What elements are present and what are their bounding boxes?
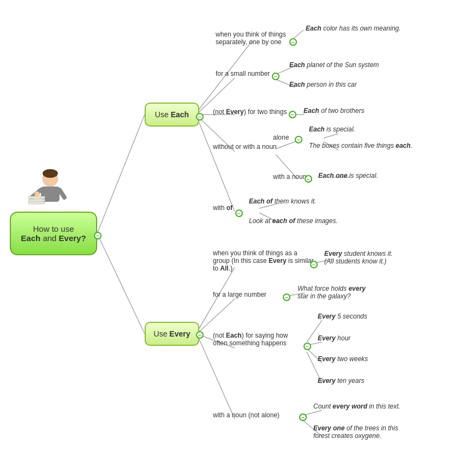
each-ex-person-car: Each person in this car xyxy=(289,81,356,88)
svg-rect-37 xyxy=(28,202,45,204)
svg-line-1 xyxy=(97,233,145,334)
two-things-minus[interactable]: − xyxy=(289,111,296,118)
every-ex-ten-years: Every ten years xyxy=(318,377,364,385)
main-node: How to use Each and Every? xyxy=(10,212,97,255)
alone-minus[interactable]: − xyxy=(295,136,302,143)
svg-line-13 xyxy=(324,134,338,138)
every-branch-with-noun: with a noun (not alone) xyxy=(213,411,279,419)
each-branch-two-things: (not Every) for two things xyxy=(213,108,287,116)
each-ex-each-one: Each one is special. xyxy=(318,172,378,179)
every-branch-large-number: for a large number xyxy=(213,291,266,298)
with-noun-every-minus[interactable]: − xyxy=(299,413,307,421)
large-number-minus[interactable]: − xyxy=(283,293,290,301)
svg-point-31 xyxy=(43,169,58,178)
each-sub-alone: alone xyxy=(273,134,289,141)
main-node-line1: How to use xyxy=(33,224,74,233)
svg-line-0 xyxy=(97,115,145,233)
each-branch-with-without-noun: without or with a noun xyxy=(213,143,277,151)
every-branch-group: when you think of things as a group (In … xyxy=(213,249,314,272)
with-of-minus[interactable]: − xyxy=(235,209,243,217)
main-node-bold: Each and Every? xyxy=(21,233,86,243)
use-every-node: Use Every xyxy=(145,322,199,346)
svg-line-19 xyxy=(199,299,235,332)
svg-rect-36 xyxy=(28,199,45,201)
use-each-label: Use Each xyxy=(155,110,189,119)
each-sub-with-noun: with a noun xyxy=(273,173,306,181)
each-ex-planet: Each planet of the Sun system xyxy=(289,61,379,69)
main-minus[interactable]: − xyxy=(94,232,102,239)
svg-line-21 xyxy=(199,339,235,419)
each-ex-two-brothers: Each of two brothers xyxy=(304,107,364,115)
each-ex-color: Each color has its own meaning. xyxy=(306,25,401,32)
use-each-minus[interactable]: − xyxy=(196,113,204,121)
every-ex-hour: Every hour xyxy=(318,334,350,342)
with-noun-minus[interactable]: − xyxy=(305,175,312,183)
person-illustration xyxy=(16,169,71,213)
each-branch-separately: when you think of thingsseparately, one … xyxy=(216,31,286,46)
use-every-minus[interactable]: − xyxy=(196,331,204,339)
svg-point-38 xyxy=(34,191,40,197)
every-ex-student: Every student knows it.(All students kno… xyxy=(324,250,392,265)
every-ex-count-word: Count every word in this text. xyxy=(313,403,400,410)
every-branch-frequency: (not Each) for saying howoften something… xyxy=(213,332,288,347)
svg-line-6 xyxy=(199,123,235,212)
every-ex-every-one-trees: Every one of the trees in thisforest cre… xyxy=(313,424,398,440)
each-ex-them-knows: Each of them knows it. xyxy=(249,197,316,205)
group-minus[interactable]: − xyxy=(310,261,318,268)
separately-minus[interactable]: − xyxy=(289,38,297,46)
each-ex-is-special: Each is special. xyxy=(309,125,355,133)
use-every-label: Use Every xyxy=(154,329,191,338)
frequency-minus[interactable]: − xyxy=(304,343,311,350)
each-branch-small-number: for a small number xyxy=(216,70,270,77)
svg-line-34 xyxy=(59,190,64,197)
each-ex-look-each: Look at each of these images. xyxy=(249,217,338,225)
svg-line-11 xyxy=(276,141,297,149)
use-each-node: Use Each xyxy=(145,103,199,127)
each-ex-boxes: The boxes contain five things each. xyxy=(309,142,412,149)
every-ex-two-weeks: Every two weeks xyxy=(318,355,368,363)
mind-map-canvas: How to use Each and Every? − Use Each − … xyxy=(0,0,476,474)
each-branch-with-of: with of xyxy=(213,204,233,212)
every-ex-galaxy: What force holds everystar in the galaxy… xyxy=(297,285,366,300)
every-ex-5-seconds: Every 5 seconds xyxy=(318,313,367,320)
svg-line-3 xyxy=(199,78,235,112)
small-number-minus[interactable]: − xyxy=(272,73,279,80)
